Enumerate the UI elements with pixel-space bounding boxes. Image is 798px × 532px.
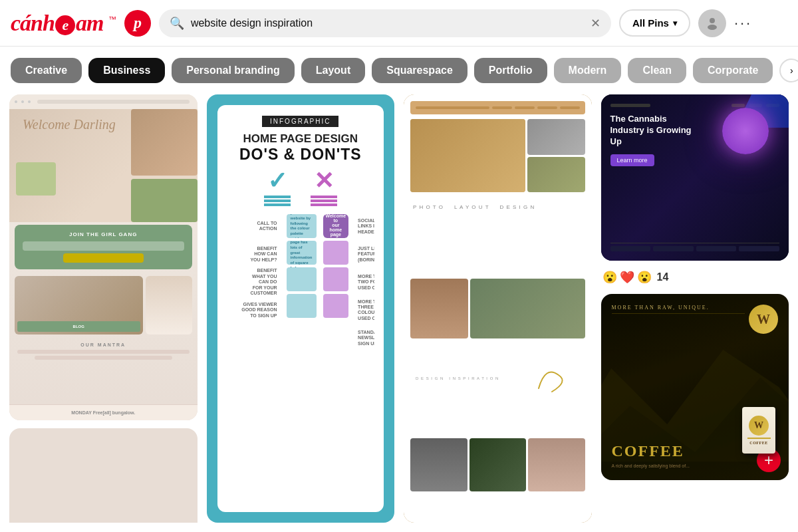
pin-card-1-2[interactable]: MONDAY Free[all] bungalow. (9, 428, 198, 523)
filter-clean[interactable]: Clean (628, 58, 686, 83)
user-icon (704, 15, 720, 31)
logo-trademark: ™ (108, 15, 116, 24)
pin-column-2: INFOGRAPHIC HOME PAGE DESIGN DO'S & DON'… (207, 94, 395, 523)
infographic-subtitle: DO'S & DON'TS (227, 146, 375, 164)
pin-column-4: The Cannabis Industry is Growing Up Lear… (601, 94, 789, 523)
filter-personal-branding[interactable]: Personal branding (172, 58, 294, 83)
filter-scroll-right[interactable]: › (779, 59, 798, 82)
more-icon: ··· (734, 15, 752, 31)
pinterest-icon[interactable]: p (124, 10, 151, 37)
pin-card-4-2[interactable]: W MORE THAN RAW, UNIQUE. W COFFEE (601, 294, 789, 480)
header: cánheam ™ p 🔍 ✕ All Pins ▾ ··· (0, 0, 798, 47)
more-button[interactable]: ··· (734, 15, 752, 32)
cannabis-title: The Cannabis Industry is Growing Up (610, 114, 704, 148)
filter-modern[interactable]: Modern (554, 58, 622, 83)
clear-icon[interactable]: ✕ (591, 16, 600, 31)
all-pins-button[interactable]: All Pins ▾ (619, 9, 690, 37)
filter-business[interactable]: Business (88, 58, 165, 83)
footer-monday: MONDAY Free[all] bungalow. (71, 410, 135, 415)
coffee-site-content: W MORE THAN RAW, UNIQUE. W COFFEE (601, 294, 789, 480)
pin-column-1: Welcome Darling JOIN THE GIRL GANG (9, 94, 198, 523)
logo-text: cánheam (11, 11, 108, 35)
collage-image: P H O T O L A Y O U T D E S I G N (404, 94, 592, 523)
pin-card-3-1[interactable]: P H O T O L A Y O U T D E S I G N (404, 94, 592, 523)
pin-grid: Welcome Darling JOIN THE GIRL GANG (0, 94, 798, 532)
infographic-wrapper: INFOGRAPHIC HOME PAGE DESIGN DO'S & DON'… (207, 94, 395, 523)
search-icon: 🔍 (170, 16, 184, 31)
reaction-emoji-1: 😮 (602, 270, 617, 285)
svg-point-0 (710, 18, 715, 23)
avatar[interactable] (698, 9, 726, 37)
all-pins-label: All Pins (632, 17, 669, 29)
filter-bar: Creative Business Personal branding Layo… (0, 47, 798, 94)
filter-portfolio[interactable]: Portfolio (474, 58, 547, 83)
cannabis-site-content: The Cannabis Industry is Growing Up Lear… (601, 94, 789, 261)
search-input[interactable] (191, 17, 584, 29)
filter-layout[interactable]: Layout (301, 58, 365, 83)
filter-squarespace[interactable]: Squarespace (372, 58, 467, 83)
reaction-count: 14 (657, 271, 669, 283)
infographic-title: HOME PAGE DESIGN (227, 132, 375, 146)
coffee-brand-title: COFFEE (612, 442, 736, 460)
chevron-down-icon: ▾ (673, 19, 677, 28)
reaction-bar: 😮 ❤️ 😮 14 (601, 267, 789, 287)
search-bar[interactable]: 🔍 ✕ (159, 9, 611, 37)
filter-creative[interactable]: Creative (11, 58, 82, 83)
reaction-emoji-2: ❤️ (620, 270, 634, 285)
infographic-label: INFOGRAPHIC (262, 116, 338, 127)
pin-column-3: P H O T O L A Y O U T D E S I G N (404, 94, 592, 523)
logo[interactable]: cánheam ™ (11, 11, 116, 36)
cannabis-button[interactable]: Learn more (610, 154, 654, 166)
filter-corporate[interactable]: Corporate (693, 58, 773, 83)
pin-card-2-1[interactable]: INFOGRAPHIC HOME PAGE DESIGN DO'S & DON'… (207, 94, 395, 523)
svg-point-1 (708, 25, 717, 30)
pin-card-1-1[interactable]: Welcome Darling JOIN THE GIRL GANG (9, 94, 198, 420)
coffee-tagline: MORE THAN RAW, UNIQUE. (612, 305, 779, 311)
pin-card-4-1[interactable]: The Cannabis Industry is Growing Up Lear… (601, 94, 789, 261)
reaction-emoji-3: 😮 (637, 270, 652, 285)
pin-image-1-1: Welcome Darling JOIN THE GIRL GANG (9, 94, 198, 420)
